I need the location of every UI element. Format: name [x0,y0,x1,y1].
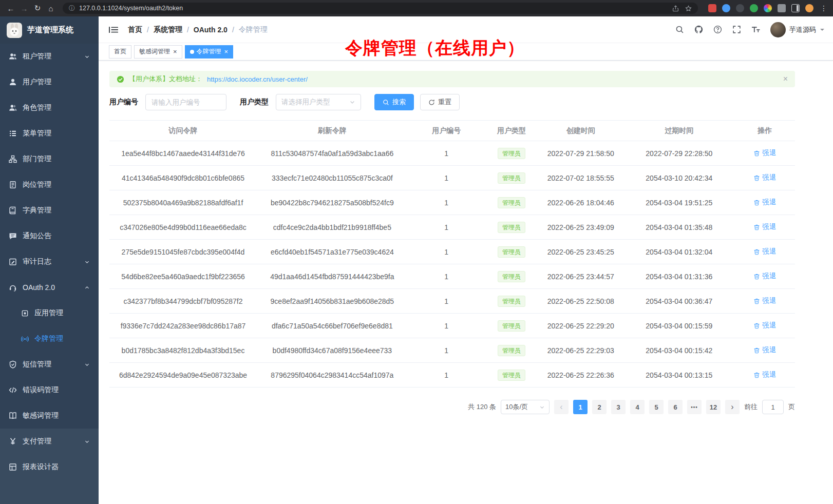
page-button-2[interactable]: 2 [592,400,607,414]
doc-link[interactable]: https://doc.iocoder.cn/user-center/ [207,75,308,83]
tab-0[interactable]: 首页 [109,45,131,59]
tab-close-icon[interactable]: × [224,48,229,55]
sidebar-item-dict[interactable]: 字典管理 [0,198,99,223]
breadcrumb-item[interactable]: 系统管理 [154,25,182,34]
action-cell: 强退 [734,190,795,215]
page-button-more[interactable]: ••• [687,400,702,414]
force-logout-button[interactable]: 强退 [753,321,776,330]
user-type-select[interactable]: 请选择用户类型 [276,94,361,110]
user-id-cell: 1 [408,240,485,264]
sidebar-item-report[interactable]: 报表设计器 [0,454,99,480]
sidebar-item-menu[interactable]: 菜单管理 [0,121,99,146]
page-button-12[interactable]: 12 [706,400,721,414]
force-logout-button[interactable]: 强退 [753,222,776,231]
refresh-token-cell: be90422b8c7946218275a508bf524fc9 [257,190,408,215]
sidebar-item-code[interactable]: 错误码管理 [0,377,99,403]
force-logout-button[interactable]: 强退 [753,345,776,355]
force-logout-button[interactable]: 强退 [753,148,776,158]
tab-1[interactable]: 敏感词管理× [134,45,182,59]
extension-green-icon[interactable] [750,4,758,12]
user-menu[interactable]: 芋道源码 [770,22,825,37]
extension-grid-icon[interactable] [708,4,716,12]
browser-menu-icon[interactable]: ⋮ [819,4,829,12]
alert-close-icon[interactable]: × [783,75,788,83]
sidebar-item-users[interactable]: 租户管理 [0,44,99,69]
search-button-label: 搜索 [392,98,406,107]
delete-icon [753,298,760,304]
pagination-pages: 123456•••12 [573,400,721,414]
address-bar[interactable]: ⓘ 127.0.0.1:1024/system/oauth2/token [63,3,698,14]
sidebar-item-pay[interactable]: 支付管理 [0,429,99,454]
help-icon[interactable] [709,21,726,38]
page-button-4[interactable]: 4 [630,400,645,414]
app-title: 芋道管理系统 [27,25,73,35]
chevron-up-icon [84,285,90,290]
delete-icon [753,347,760,354]
force-logout-button[interactable]: 强退 [753,296,776,305]
user-id-input[interactable] [145,94,226,110]
sidebar-item-role[interactable]: 角色管理 [0,95,99,121]
extension-drop-icon[interactable] [722,4,730,12]
search-button[interactable]: 搜索 [374,94,414,110]
page-button-6[interactable]: 6 [668,400,683,414]
sidebar-item-post[interactable]: 岗位管理 [0,172,99,198]
expire-time-cell: 2054-03-04 01:32:04 [623,240,734,264]
page-button-5[interactable]: 5 [649,400,664,414]
app-logo[interactable]: 芋道管理系统 [0,16,99,44]
side-panel-icon[interactable] [791,4,800,12]
sidebar-item-user[interactable]: 用户管理 [0,69,99,95]
sidebar-item-dept[interactable]: 部门管理 [0,146,99,172]
search-icon[interactable] [671,21,688,38]
sidebar-collapse-icon[interactable] [107,23,120,36]
pagination-total: 共 120 条 [468,402,496,412]
browser-back-button[interactable]: ← [4,2,17,15]
page-button-3[interactable]: 3 [611,400,626,414]
sidebar-item-app[interactable]: 应用管理 [0,300,99,326]
table-row: 41c41346a548490f9dc8b01c6bfe0865333ecfc7… [109,166,795,190]
prev-page-button[interactable]: ‹ [554,400,569,414]
extensions-puzzle-icon[interactable] [778,4,786,12]
settings-gear-icon[interactable] [764,4,772,12]
font-size-icon[interactable] [747,21,764,38]
browser-home-button[interactable]: ⌂ [44,2,58,15]
reset-button[interactable]: 重置 [420,94,460,110]
next-page-button[interactable]: › [725,400,740,414]
sidebar-item-notice[interactable]: 通知公告 [0,223,99,249]
page-size-select[interactable]: 10条/页 [501,400,550,414]
tab-active-dot [190,50,194,54]
column-header: 用户编号 [408,121,485,141]
breadcrumb-item[interactable]: 首页 [128,25,142,34]
force-logout-button[interactable]: 强退 [753,370,776,379]
access-token-cell: 41c41346a548490f9dc8b01c6bfe0865 [109,166,257,190]
tab-2[interactable]: 令牌管理× [185,45,234,59]
force-logout-button[interactable]: 强退 [753,173,776,182]
sidebar-item-log[interactable]: 审计日志 [0,249,99,275]
sidebar-item-token[interactable]: 令牌管理 [0,326,99,352]
share-icon[interactable] [672,5,679,12]
expire-time-cell: 2054-03-04 19:51:25 [623,190,734,215]
extension-dark-icon[interactable] [736,4,744,12]
dict-icon [9,206,17,215]
breadcrumb-item[interactable]: OAuth 2.0 [194,26,228,34]
browser-reload-button[interactable]: ↻ [31,2,44,15]
bookmark-star-icon[interactable] [685,5,692,12]
goto-unit: 页 [788,402,795,412]
tab-close-icon[interactable]: × [173,48,177,55]
pay-icon [9,437,17,445]
tab-label: 首页 [114,47,126,56]
goto-page-input[interactable] [762,400,784,414]
notice-icon [9,232,17,240]
github-icon[interactable] [690,21,707,38]
force-logout-button[interactable]: 强退 [753,247,776,256]
create-time-cell: 2022-06-25 23:44:57 [538,264,623,289]
force-logout-button[interactable]: 强退 [753,198,776,207]
sidebar-item-sms[interactable]: 短信管理 [0,352,99,377]
page-button-1[interactable]: 1 [573,400,588,414]
sidebar-item-sensitive[interactable]: 敏感词管理 [0,403,99,429]
browser-forward-button[interactable]: → [17,2,31,15]
force-logout-button[interactable]: 强退 [753,272,776,281]
fullscreen-icon[interactable] [728,21,745,38]
browser-profile-avatar[interactable] [805,4,813,12]
site-info-icon[interactable]: ⓘ [69,4,75,13]
sidebar-item-oauth[interactable]: OAuth 2.0 [0,275,99,300]
